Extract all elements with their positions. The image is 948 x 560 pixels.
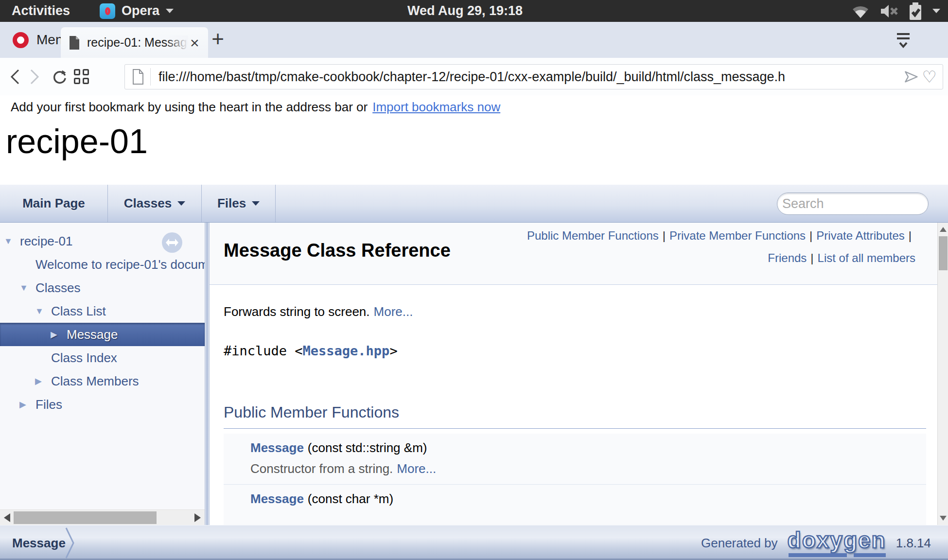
section-heading: Public Member Functions xyxy=(224,403,926,429)
generated-by-label: Generated by xyxy=(701,536,778,551)
page-title: Message Class Reference xyxy=(224,240,451,261)
chevron-down-icon xyxy=(177,201,185,206)
search-input[interactable] xyxy=(782,196,948,211)
tree-sync-button[interactable] xyxy=(162,232,182,253)
chevron-down-icon xyxy=(252,201,260,206)
include-file-link[interactable]: Message.hpp xyxy=(303,343,390,358)
browser-toolbar: file:///home/bast/tmp/cmake-cookbook/cha… xyxy=(0,58,948,95)
nav-tree-sidebar: ▼ recipe-01 Welcome to recipe-01's docum… xyxy=(0,223,205,509)
include-pre: #include < xyxy=(224,343,303,358)
nav-tab-label: Files xyxy=(217,196,246,211)
include-post: > xyxy=(389,343,397,358)
project-name: recipe-01 xyxy=(6,122,148,161)
page-icon xyxy=(132,69,144,85)
screen: Activities Opera Wed Aug 29, 19:18 Menu … xyxy=(0,0,948,560)
sidebar-item-label: Files xyxy=(35,397,62,412)
address-bar[interactable]: file:///home/bast/tmp/cmake-cookbook/cha… xyxy=(124,64,943,89)
tree-expand-icon[interactable]: ▶ xyxy=(19,399,35,410)
breadcrumb-message[interactable]: Message xyxy=(12,525,66,560)
sidebar-item-files[interactable]: ▶ Files xyxy=(0,393,205,416)
member-desc-text: Constructor from a string. xyxy=(250,461,393,476)
nav-tab-classes[interactable]: Classes xyxy=(108,185,202,222)
separator: | xyxy=(909,229,912,242)
doxygen-footer: Message Generated by doxygen 1.8.14 xyxy=(0,525,948,560)
tree-expand-icon[interactable]: ▶ xyxy=(51,329,67,340)
forward-button[interactable] xyxy=(29,58,40,95)
brief-text: Forwards string to screen. xyxy=(224,304,370,319)
sidebar-item-welcome[interactable]: Welcome to recipe-01's docume xyxy=(0,253,205,276)
member-table: Message(const std::string &m) Constructo… xyxy=(224,434,926,525)
link-friends[interactable]: Friends xyxy=(768,251,807,264)
sidebar-item-class-index[interactable]: Class Index xyxy=(0,346,205,369)
sidebar-horizontal-scrollbar[interactable] xyxy=(0,509,205,525)
separator: | xyxy=(810,251,813,264)
more-link[interactable]: More... xyxy=(397,461,436,476)
scrollbar-thumb[interactable] xyxy=(14,511,157,524)
back-icon xyxy=(10,69,20,85)
sidebar-item-label: Welcome to recipe-01's docume xyxy=(35,257,205,272)
nav-tab-main-page[interactable]: Main Page xyxy=(0,185,108,222)
gnome-top-bar: Activities Opera Wed Aug 29, 19:18 xyxy=(0,0,948,22)
sidebar-item-label: Message xyxy=(67,327,118,342)
sidebar-item-class-list[interactable]: ▼ Class List xyxy=(0,299,205,323)
link-list-of-all-members[interactable]: List of all members xyxy=(818,251,915,264)
link-public-member-functions[interactable]: Public Member Functions xyxy=(527,229,659,242)
send-to-device-icon[interactable] xyxy=(904,70,919,84)
tab-menu-button[interactable] xyxy=(895,31,912,52)
tree-expand-icon[interactable]: ▼ xyxy=(35,306,51,316)
scrollbar-thumb[interactable] xyxy=(939,236,948,270)
tab-close-button[interactable]: × xyxy=(190,35,199,51)
member-args: (const char *m) xyxy=(308,491,393,506)
tree-expand-icon[interactable]: ▶ xyxy=(35,376,51,386)
sidebar-item-classes[interactable]: ▼ Classes xyxy=(0,276,205,299)
sidebar-resize-splitter[interactable] xyxy=(205,223,210,525)
tab-title: recipe-01: Message C xyxy=(87,35,188,50)
tree-expand-icon[interactable]: ▼ xyxy=(4,236,20,246)
back-button[interactable] xyxy=(10,58,20,95)
new-tab-button[interactable]: + xyxy=(209,22,227,58)
member-row: Message(const char *m) xyxy=(224,485,926,507)
app-menu-button[interactable]: Opera xyxy=(100,0,174,22)
nav-tree: ▼ recipe-01 Welcome to recipe-01's docum… xyxy=(0,229,205,416)
member-link[interactable]: Message xyxy=(250,491,304,506)
logo-underline xyxy=(854,553,886,557)
breadcrumb-chevron-icon xyxy=(65,527,75,559)
sidebar-item-class-members[interactable]: ▶ Class Members xyxy=(0,369,205,393)
member-link[interactable]: Message xyxy=(250,440,304,455)
doc-content: Public Member Functions|Private Member F… xyxy=(210,223,948,525)
sidebar-item-message[interactable]: ▶ Message xyxy=(0,323,205,346)
scroll-down-icon[interactable] xyxy=(940,516,947,521)
bookmark-heart-icon[interactable]: ♡ xyxy=(922,69,937,85)
more-link[interactable]: More... xyxy=(374,304,413,319)
system-status-area[interactable] xyxy=(852,0,940,22)
sidebar-item-label: Classes xyxy=(35,280,80,296)
vertical-scrollbar[interactable] xyxy=(937,223,948,525)
sidebar-item-label: Class List xyxy=(51,304,106,319)
separator: | xyxy=(809,229,812,242)
link-private-member-functions[interactable]: Private Member Functions xyxy=(669,229,806,242)
scroll-right-icon[interactable] xyxy=(194,513,201,522)
nav-tab-label: Classes xyxy=(124,196,172,211)
browser-tab[interactable]: recipe-01: Message C × xyxy=(61,27,208,58)
scroll-left-icon[interactable] xyxy=(4,513,10,522)
link-private-attributes[interactable]: Private Attributes xyxy=(816,229,904,242)
address-bar-input[interactable]: file:///home/bast/tmp/cmake-cookbook/cha… xyxy=(158,70,900,85)
doxygen-title-area: recipe-01 xyxy=(0,119,948,185)
activities-button[interactable]: Activities xyxy=(12,0,70,22)
search-box[interactable] xyxy=(777,192,929,215)
clock[interactable]: Wed Aug 29, 19:18 xyxy=(407,0,523,22)
brief-description: Forwards string to screen.More... xyxy=(224,304,413,319)
app-menu-label: Opera xyxy=(122,3,159,18)
doxygen-logo[interactable]: doxygen xyxy=(785,527,889,559)
speed-dial-button[interactable] xyxy=(74,58,89,95)
reload-button[interactable] xyxy=(52,58,68,95)
tree-expand-icon[interactable]: ▼ xyxy=(19,283,35,293)
opera-app-icon xyxy=(100,3,115,19)
nav-tab-files[interactable]: Files xyxy=(202,185,276,222)
import-bookmarks-link[interactable]: Import bookmarks now xyxy=(372,100,500,115)
doxygen-version: 1.8.14 xyxy=(896,536,931,551)
page-header: Public Member Functions|Private Member F… xyxy=(210,223,937,285)
scroll-up-icon[interactable] xyxy=(940,227,947,232)
sync-arrows-icon xyxy=(166,239,178,246)
nav-tab-label: Main Page xyxy=(22,196,85,211)
